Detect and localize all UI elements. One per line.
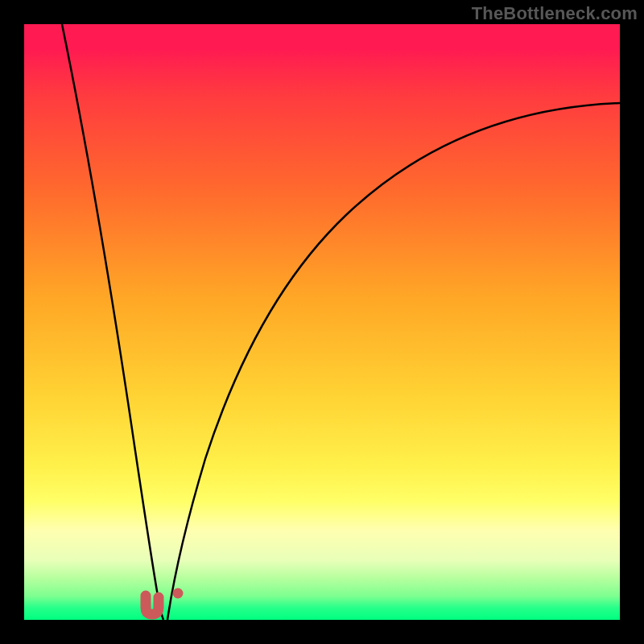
u-marker-icon [146,596,159,614]
left-curve [62,24,163,620]
dot-marker-icon [173,588,184,599]
attribution-text: TheBottleneck.com [472,3,638,24]
chart-svg [24,24,620,620]
right-curve [167,103,620,620]
chart-frame: TheBottleneck.com [0,0,644,644]
